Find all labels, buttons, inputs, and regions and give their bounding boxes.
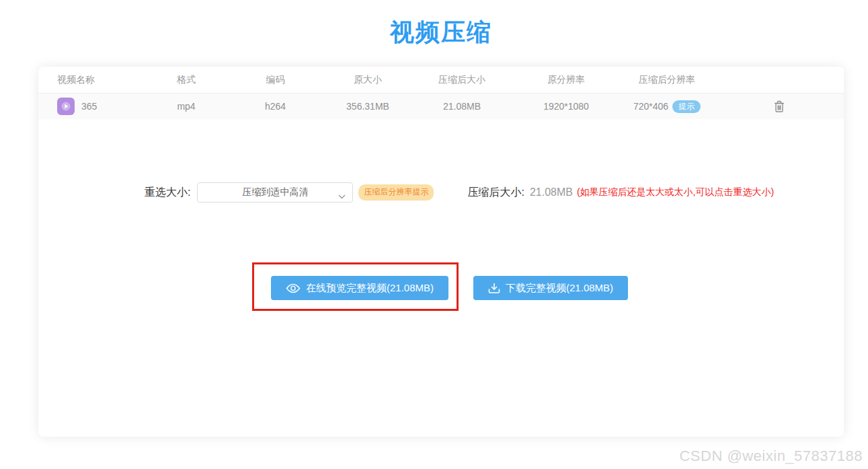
column-header-compressed-resolution: 压缩后分辨率	[620, 74, 714, 86]
resolution-tip-link[interactable]: 压缩后分辨率提示	[358, 184, 434, 201]
compressed-resolution-cell: 720*406 提示	[620, 100, 714, 113]
column-header-video-name: 视频名称	[38, 74, 146, 86]
column-header-format: 格式	[146, 74, 227, 86]
table-row: 365 mp4 h264 356.31MB 21.08MB 1920*1080 …	[38, 94, 844, 119]
row-actions-cell	[714, 100, 844, 113]
watermark: CSDN @weixin_57837188	[679, 447, 863, 465]
download-icon	[488, 283, 500, 294]
video-name-cell: 365	[38, 98, 146, 115]
compression-panel: 视频名称 格式 编码 原大小 压缩后大小 原分辨率 压缩后分辨率 365 mp4…	[38, 67, 844, 437]
resize-label: 重选大小:	[145, 186, 190, 200]
compressed-size-note: (如果压缩后还是太大或太小,可以点击重选大小)	[577, 186, 774, 199]
column-header-compressed-size: 压缩后大小	[411, 74, 512, 86]
video-format: mp4	[146, 101, 227, 112]
original-size: 356.31MB	[324, 101, 411, 112]
column-header-codec: 编码	[227, 74, 324, 86]
size-select-dropdown[interactable]: 压缩到适中高清	[197, 182, 353, 203]
eye-icon	[286, 283, 301, 293]
delete-icon[interactable]	[773, 100, 785, 113]
chevron-down-icon	[338, 190, 346, 201]
highlight-red-box: 在线预览完整视频(21.08MB)	[252, 262, 459, 311]
download-button-label: 下载完整视频(21.08MB)	[506, 282, 613, 295]
compressed-size-value: 21.08MB	[530, 186, 573, 199]
column-header-original-resolution: 原分辨率	[512, 74, 620, 86]
compressed-size: 21.08MB	[411, 101, 512, 112]
size-select-value: 压缩到适中高清	[242, 186, 308, 199]
original-resolution: 1920*1080	[512, 101, 620, 112]
download-video-button[interactable]: 下载完整视频(21.08MB)	[473, 276, 628, 300]
compressed-size-label: 压缩后大小:	[467, 186, 524, 200]
video-play-icon	[57, 98, 75, 115]
video-codec: h264	[227, 101, 324, 112]
preview-video-button[interactable]: 在线预览完整视频(21.08MB)	[271, 276, 448, 300]
column-header-original-size: 原大小	[324, 74, 411, 86]
action-buttons: 在线预览完整视频(21.08MB) 下载完整视频(21.08MB)	[252, 262, 844, 311]
page-title: 视频压缩	[38, 16, 844, 49]
table-header: 视频名称 格式 编码 原大小 压缩后大小 原分辨率 压缩后分辨率	[38, 67, 844, 94]
video-name: 365	[81, 101, 97, 112]
compressed-resolution: 720*406	[633, 101, 668, 112]
compressed-size-group: 压缩后大小: 21.08MB (如果压缩后还是太大或太小,可以点击重选大小)	[467, 186, 774, 200]
resolution-tip-badge[interactable]: 提示	[672, 100, 701, 113]
preview-button-label: 在线预览完整视频(21.08MB)	[306, 282, 434, 295]
resize-controls: 重选大小: 压缩到适中高清 压缩后分辨率提示 压缩后大小: 21.08MB (如…	[145, 182, 844, 203]
